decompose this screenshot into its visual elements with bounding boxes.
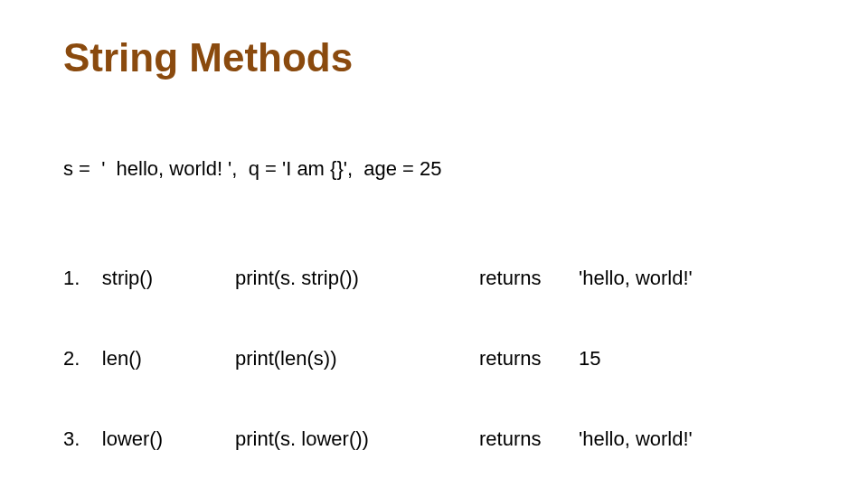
method-name: 2. len() [63, 345, 235, 372]
method-name: 3. lower() [63, 426, 235, 453]
returns-label: returns [479, 265, 579, 292]
method-call: print(len(s)) [235, 345, 479, 372]
method-row: 2. len() print(len(s)) returns 15 [63, 345, 814, 372]
page-title: String Methods [63, 36, 814, 80]
method-result: 'hello, world!' [579, 426, 814, 453]
method-call: print(s. strip()) [235, 265, 479, 292]
content-block: s = ' hello, world! ', q = 'I am {}', ag… [63, 101, 814, 488]
method-row: 3. lower() print(s. lower()) returns 'he… [63, 426, 814, 453]
intro-line: s = ' hello, world! ', q = 'I am {}', ag… [63, 155, 814, 183]
method-call: print(s. lower()) [235, 426, 479, 453]
method-result: 15 [579, 345, 814, 372]
method-row: 1. strip() print(s. strip()) returns 'he… [63, 265, 814, 292]
returns-label: returns [479, 345, 579, 372]
method-name: 1. strip() [63, 265, 235, 292]
method-result: 'hello, world!' [579, 265, 814, 292]
slide: String Methods s = ' hello, world! ', q … [0, 0, 868, 488]
returns-label: returns [479, 426, 579, 453]
